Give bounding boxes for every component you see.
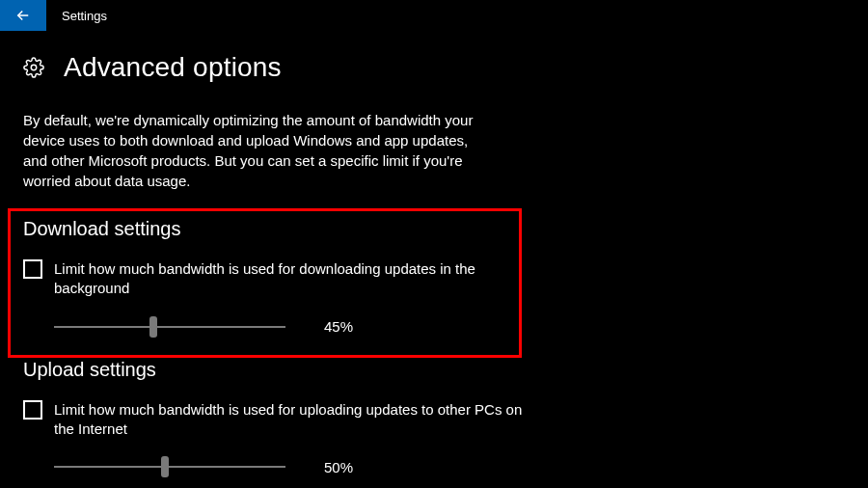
back-arrow-icon [14, 7, 32, 24]
download-limit-checkbox-row: Limit how much bandwidth is used for dow… [23, 259, 505, 299]
slider-thumb[interactable] [149, 316, 157, 338]
page-description: By default, we're dynamically optimizing… [23, 110, 476, 191]
slider-track [54, 326, 285, 328]
header-title: Settings [62, 9, 107, 23]
upload-settings-section: Upload settings Limit how much bandwidth… [23, 359, 845, 478]
upload-slider-row: 50% [54, 456, 845, 477]
upload-slider-value: 50% [324, 459, 353, 475]
header-bar: Settings [0, 0, 868, 31]
download-slider-row: 45% [54, 316, 845, 338]
back-button[interactable] [0, 0, 46, 31]
download-slider-value: 45% [324, 318, 353, 335]
download-bandwidth-slider[interactable] [54, 316, 285, 338]
download-settings-heading: Download settings [23, 218, 845, 240]
download-settings-section: Download settings Limit how much bandwid… [23, 218, 845, 338]
slider-track [54, 466, 285, 468]
upload-settings-heading: Upload settings [23, 359, 845, 381]
download-limit-label: Limit how much bandwidth is used for dow… [54, 259, 505, 299]
page-title: Advanced options [64, 52, 282, 83]
upload-limit-checkbox[interactable] [23, 400, 42, 420]
gear-icon [23, 57, 44, 78]
svg-point-0 [31, 65, 37, 70]
content-area: Advanced options By default, we're dynam… [0, 31, 868, 477]
upload-bandwidth-slider[interactable] [54, 456, 285, 477]
download-limit-checkbox[interactable] [23, 259, 42, 279]
upload-limit-label: Limit how much bandwidth is used for upl… [54, 400, 525, 440]
page-title-row: Advanced options [23, 52, 845, 83]
upload-limit-checkbox-row: Limit how much bandwidth is used for upl… [23, 400, 525, 440]
slider-thumb[interactable] [161, 456, 169, 477]
